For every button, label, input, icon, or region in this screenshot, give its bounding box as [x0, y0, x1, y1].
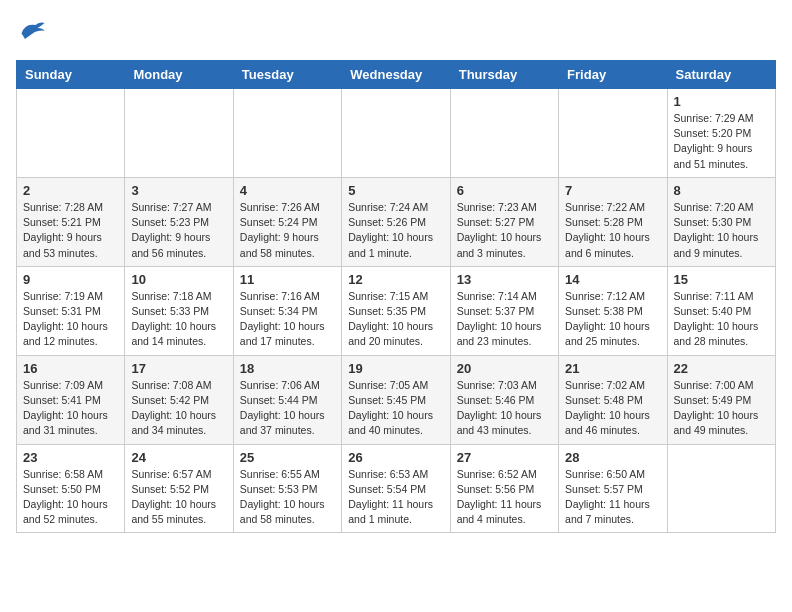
col-header-friday: Friday [559, 61, 667, 89]
day-info: Sunrise: 6:50 AM Sunset: 5:57 PM Dayligh… [565, 467, 660, 528]
calendar-cell [450, 89, 558, 178]
calendar-cell: 11Sunrise: 7:16 AM Sunset: 5:34 PM Dayli… [233, 266, 341, 355]
logo [16, 16, 46, 48]
day-number: 20 [457, 361, 552, 376]
calendar-cell: 18Sunrise: 7:06 AM Sunset: 5:44 PM Dayli… [233, 355, 341, 444]
calendar-cell: 23Sunrise: 6:58 AM Sunset: 5:50 PM Dayli… [17, 444, 125, 533]
calendar-cell [342, 89, 450, 178]
calendar-cell: 6Sunrise: 7:23 AM Sunset: 5:27 PM Daylig… [450, 177, 558, 266]
day-number: 3 [131, 183, 226, 198]
day-number: 21 [565, 361, 660, 376]
day-info: Sunrise: 7:12 AM Sunset: 5:38 PM Dayligh… [565, 289, 660, 350]
calendar-cell: 14Sunrise: 7:12 AM Sunset: 5:38 PM Dayli… [559, 266, 667, 355]
day-number: 6 [457, 183, 552, 198]
day-number: 10 [131, 272, 226, 287]
day-number: 16 [23, 361, 118, 376]
calendar-week-row: 1Sunrise: 7:29 AM Sunset: 5:20 PM Daylig… [17, 89, 776, 178]
day-info: Sunrise: 6:55 AM Sunset: 5:53 PM Dayligh… [240, 467, 335, 528]
day-number: 5 [348, 183, 443, 198]
calendar-cell: 25Sunrise: 6:55 AM Sunset: 5:53 PM Dayli… [233, 444, 341, 533]
calendar-cell: 4Sunrise: 7:26 AM Sunset: 5:24 PM Daylig… [233, 177, 341, 266]
calendar-cell: 9Sunrise: 7:19 AM Sunset: 5:31 PM Daylig… [17, 266, 125, 355]
calendar-week-row: 23Sunrise: 6:58 AM Sunset: 5:50 PM Dayli… [17, 444, 776, 533]
calendar-header-row: SundayMondayTuesdayWednesdayThursdayFrid… [17, 61, 776, 89]
day-info: Sunrise: 7:23 AM Sunset: 5:27 PM Dayligh… [457, 200, 552, 261]
day-info: Sunrise: 7:16 AM Sunset: 5:34 PM Dayligh… [240, 289, 335, 350]
day-info: Sunrise: 6:57 AM Sunset: 5:52 PM Dayligh… [131, 467, 226, 528]
day-number: 23 [23, 450, 118, 465]
calendar-week-row: 9Sunrise: 7:19 AM Sunset: 5:31 PM Daylig… [17, 266, 776, 355]
calendar-cell: 15Sunrise: 7:11 AM Sunset: 5:40 PM Dayli… [667, 266, 775, 355]
col-header-saturday: Saturday [667, 61, 775, 89]
calendar-cell: 5Sunrise: 7:24 AM Sunset: 5:26 PM Daylig… [342, 177, 450, 266]
calendar-cell: 3Sunrise: 7:27 AM Sunset: 5:23 PM Daylig… [125, 177, 233, 266]
day-info: Sunrise: 7:22 AM Sunset: 5:28 PM Dayligh… [565, 200, 660, 261]
day-info: Sunrise: 6:52 AM Sunset: 5:56 PM Dayligh… [457, 467, 552, 528]
day-number: 7 [565, 183, 660, 198]
day-info: Sunrise: 7:05 AM Sunset: 5:45 PM Dayligh… [348, 378, 443, 439]
page-header [16, 16, 776, 48]
day-info: Sunrise: 6:58 AM Sunset: 5:50 PM Dayligh… [23, 467, 118, 528]
day-number: 27 [457, 450, 552, 465]
calendar-cell: 13Sunrise: 7:14 AM Sunset: 5:37 PM Dayli… [450, 266, 558, 355]
calendar-cell [125, 89, 233, 178]
calendar-cell [559, 89, 667, 178]
day-number: 25 [240, 450, 335, 465]
day-number: 22 [674, 361, 769, 376]
calendar-cell: 7Sunrise: 7:22 AM Sunset: 5:28 PM Daylig… [559, 177, 667, 266]
day-number: 11 [240, 272, 335, 287]
calendar-cell: 21Sunrise: 7:02 AM Sunset: 5:48 PM Dayli… [559, 355, 667, 444]
day-info: Sunrise: 7:19 AM Sunset: 5:31 PM Dayligh… [23, 289, 118, 350]
calendar-week-row: 16Sunrise: 7:09 AM Sunset: 5:41 PM Dayli… [17, 355, 776, 444]
day-info: Sunrise: 7:24 AM Sunset: 5:26 PM Dayligh… [348, 200, 443, 261]
calendar-table: SundayMondayTuesdayWednesdayThursdayFrid… [16, 60, 776, 533]
day-number: 24 [131, 450, 226, 465]
day-number: 28 [565, 450, 660, 465]
day-info: Sunrise: 7:00 AM Sunset: 5:49 PM Dayligh… [674, 378, 769, 439]
calendar-cell: 10Sunrise: 7:18 AM Sunset: 5:33 PM Dayli… [125, 266, 233, 355]
calendar-cell: 12Sunrise: 7:15 AM Sunset: 5:35 PM Dayli… [342, 266, 450, 355]
calendar-cell: 8Sunrise: 7:20 AM Sunset: 5:30 PM Daylig… [667, 177, 775, 266]
day-info: Sunrise: 7:14 AM Sunset: 5:37 PM Dayligh… [457, 289, 552, 350]
day-number: 8 [674, 183, 769, 198]
calendar-cell: 20Sunrise: 7:03 AM Sunset: 5:46 PM Dayli… [450, 355, 558, 444]
calendar-cell: 17Sunrise: 7:08 AM Sunset: 5:42 PM Dayli… [125, 355, 233, 444]
day-info: Sunrise: 7:08 AM Sunset: 5:42 PM Dayligh… [131, 378, 226, 439]
calendar-cell [667, 444, 775, 533]
day-info: Sunrise: 7:27 AM Sunset: 5:23 PM Dayligh… [131, 200, 226, 261]
col-header-sunday: Sunday [17, 61, 125, 89]
day-info: Sunrise: 7:15 AM Sunset: 5:35 PM Dayligh… [348, 289, 443, 350]
calendar-cell: 22Sunrise: 7:00 AM Sunset: 5:49 PM Dayli… [667, 355, 775, 444]
day-number: 18 [240, 361, 335, 376]
col-header-tuesday: Tuesday [233, 61, 341, 89]
calendar-cell: 19Sunrise: 7:05 AM Sunset: 5:45 PM Dayli… [342, 355, 450, 444]
day-number: 1 [674, 94, 769, 109]
calendar-cell: 1Sunrise: 7:29 AM Sunset: 5:20 PM Daylig… [667, 89, 775, 178]
col-header-wednesday: Wednesday [342, 61, 450, 89]
day-info: Sunrise: 7:28 AM Sunset: 5:21 PM Dayligh… [23, 200, 118, 261]
day-number: 4 [240, 183, 335, 198]
day-number: 14 [565, 272, 660, 287]
col-header-monday: Monday [125, 61, 233, 89]
calendar-cell: 27Sunrise: 6:52 AM Sunset: 5:56 PM Dayli… [450, 444, 558, 533]
calendar-cell: 24Sunrise: 6:57 AM Sunset: 5:52 PM Dayli… [125, 444, 233, 533]
calendar-cell [233, 89, 341, 178]
day-info: Sunrise: 7:11 AM Sunset: 5:40 PM Dayligh… [674, 289, 769, 350]
day-info: Sunrise: 7:06 AM Sunset: 5:44 PM Dayligh… [240, 378, 335, 439]
day-number: 12 [348, 272, 443, 287]
calendar-cell: 26Sunrise: 6:53 AM Sunset: 5:54 PM Dayli… [342, 444, 450, 533]
day-number: 26 [348, 450, 443, 465]
day-info: Sunrise: 7:09 AM Sunset: 5:41 PM Dayligh… [23, 378, 118, 439]
day-info: Sunrise: 7:03 AM Sunset: 5:46 PM Dayligh… [457, 378, 552, 439]
calendar-cell: 2Sunrise: 7:28 AM Sunset: 5:21 PM Daylig… [17, 177, 125, 266]
day-info: Sunrise: 7:20 AM Sunset: 5:30 PM Dayligh… [674, 200, 769, 261]
day-number: 2 [23, 183, 118, 198]
day-info: Sunrise: 7:29 AM Sunset: 5:20 PM Dayligh… [674, 111, 769, 172]
day-info: Sunrise: 7:26 AM Sunset: 5:24 PM Dayligh… [240, 200, 335, 261]
day-info: Sunrise: 7:02 AM Sunset: 5:48 PM Dayligh… [565, 378, 660, 439]
day-number: 19 [348, 361, 443, 376]
calendar-cell [17, 89, 125, 178]
day-number: 13 [457, 272, 552, 287]
day-number: 9 [23, 272, 118, 287]
col-header-thursday: Thursday [450, 61, 558, 89]
